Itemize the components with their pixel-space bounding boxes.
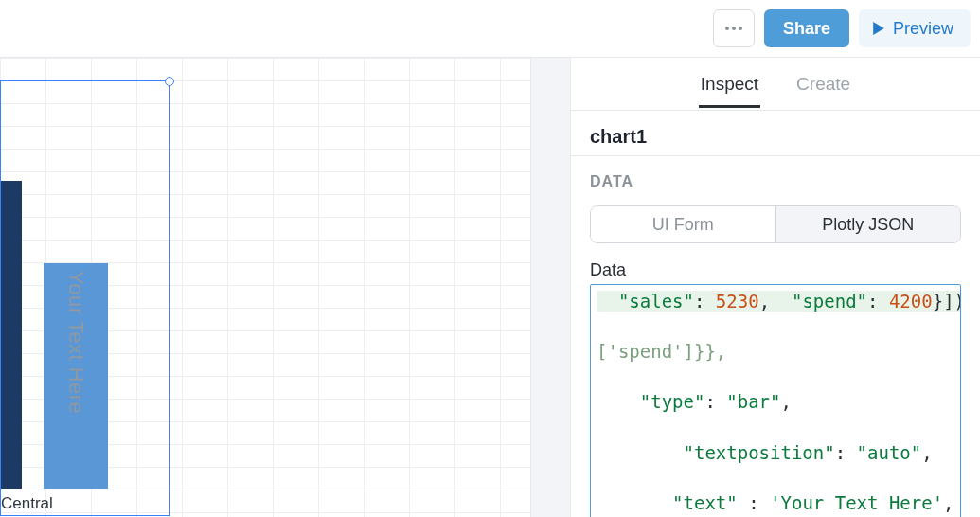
top-toolbar: Share Preview — [0, 0, 980, 57]
more-icon — [725, 27, 742, 30]
seg-ui-form[interactable]: UI Form — [591, 206, 775, 242]
inspector-panel: Inspect Create chart1 DATA UI Form Plotl… — [570, 57, 980, 517]
data-mode-segmented: UI Form Plotly JSON — [590, 205, 961, 243]
data-sublabel: Data — [590, 260, 961, 280]
x-axis-tick-label: Central — [1, 494, 53, 513]
play-icon — [872, 22, 885, 35]
bar-spend[interactable]: Your Text Here — [44, 263, 108, 489]
tab-create[interactable]: Create — [794, 61, 852, 108]
section-label-data: DATA — [590, 173, 961, 190]
divider — [571, 155, 980, 156]
preview-label: Preview — [893, 19, 953, 39]
tab-inspect[interactable]: Inspect — [699, 61, 760, 108]
panel-resize-gutter[interactable] — [530, 57, 570, 517]
chart-selection-box[interactable]: Your Text Here Central — [0, 80, 170, 516]
bar-sales[interactable] — [1, 181, 22, 489]
selected-element-name: chart1 — [590, 126, 961, 148]
preview-button[interactable]: Preview — [859, 9, 971, 47]
plotly-json-editor[interactable]: "sales": 5230, "spend": 4200}]) ['spend'… — [590, 284, 961, 517]
share-button[interactable]: Share — [764, 9, 849, 47]
seg-plotly-json[interactable]: Plotly JSON — [775, 206, 961, 242]
panel-tabs: Inspect Create — [571, 58, 980, 111]
canvas-area[interactable]: Your Text Here Central — [0, 57, 530, 517]
panel-body: chart1 DATA UI Form Plotly JSON Data "sa… — [571, 111, 980, 517]
bar-text-label: Your Text Here — [63, 263, 88, 414]
more-menu-button[interactable] — [713, 9, 755, 47]
selection-handle-top-right[interactable] — [165, 77, 174, 86]
